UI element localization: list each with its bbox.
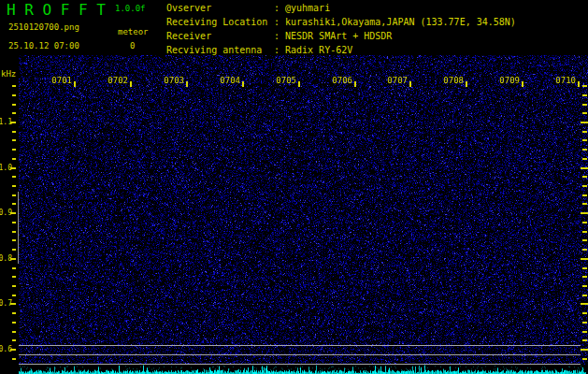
right-minor-tick xyxy=(582,339,587,341)
freq-minor-tick xyxy=(12,331,16,333)
freq-major-tick xyxy=(10,349,16,351)
freq-minor-tick xyxy=(12,131,16,133)
freq-minor-tick xyxy=(12,94,16,96)
time-tick-label: 0710 xyxy=(552,76,576,86)
info-row-separator: : xyxy=(274,16,285,30)
time-tick-label: 0702 xyxy=(105,76,128,86)
time-tick-label: 0708 xyxy=(440,76,464,86)
time-tick xyxy=(354,81,356,87)
info-row-value: kurashiki,Okayama,JAPAN (133.77E, 34.58N… xyxy=(285,16,516,30)
info-row-separator: : xyxy=(274,30,285,44)
station-info-block: Ovserver:@yuhmariReceiving Location:kura… xyxy=(166,2,516,58)
freq-minor-tick xyxy=(12,249,16,251)
freq-minor-tick xyxy=(12,222,16,223)
frequency-unit-label: kHz xyxy=(1,69,16,79)
time-tick-label: 0701 xyxy=(49,76,72,86)
freq-minor-tick xyxy=(12,295,16,296)
meteor-counter-label: meteor xyxy=(118,27,149,36)
app-version: 1.0.0f xyxy=(115,4,146,13)
info-row-label: Receiving Location xyxy=(166,16,274,30)
freq-major-tick xyxy=(10,122,16,123)
right-minor-tick xyxy=(582,276,587,278)
freq-minor-tick xyxy=(12,176,16,178)
freq-major-tick xyxy=(10,258,16,260)
info-row-label: Receiver xyxy=(166,30,274,44)
freq-minor-tick xyxy=(12,276,16,278)
right-major-tick xyxy=(581,258,588,260)
right-minor-tick xyxy=(582,203,587,205)
right-minor-tick xyxy=(582,94,587,96)
freq-minor-tick xyxy=(12,322,16,324)
info-row-value: NESDR SMArt + HDSDR xyxy=(285,30,392,44)
info-row: Receiving Location:kurashiki,Okayama,JAP… xyxy=(166,16,516,30)
time-tick xyxy=(130,81,132,87)
time-tick-label: 0703 xyxy=(161,76,184,86)
right-major-tick xyxy=(581,122,588,123)
spectrogram-canvas xyxy=(19,55,588,374)
hrofft-window: H R O F F T 1.0.0f 2510120700.png meteor… xyxy=(0,0,588,374)
right-minor-tick xyxy=(582,331,587,333)
right-minor-tick xyxy=(582,176,587,178)
info-row: Receiver:NESDR SMArt + HDSDR xyxy=(166,30,516,44)
freq-minor-tick xyxy=(12,139,16,141)
right-minor-tick xyxy=(582,358,587,360)
right-minor-tick xyxy=(582,295,587,296)
freq-major-tick xyxy=(10,167,16,169)
time-tick-label: 0705 xyxy=(273,76,296,86)
right-minor-tick xyxy=(582,139,587,141)
right-minor-tick xyxy=(582,149,587,151)
freq-minor-tick xyxy=(12,149,16,151)
freq-minor-tick xyxy=(12,158,16,160)
right-minor-tick xyxy=(582,131,587,133)
freq-major-tick xyxy=(10,212,16,214)
freq-minor-tick xyxy=(12,239,16,241)
right-minor-tick xyxy=(582,239,587,241)
freq-minor-tick xyxy=(12,104,16,106)
time-tick xyxy=(186,81,188,87)
freq-minor-tick xyxy=(12,185,16,187)
right-minor-tick xyxy=(582,231,587,233)
freq-major-tick xyxy=(10,303,16,305)
right-minor-tick xyxy=(582,312,587,314)
time-tick xyxy=(466,81,467,87)
right-minor-tick xyxy=(582,267,587,269)
time-tick-label: 0706 xyxy=(329,76,352,86)
right-minor-tick xyxy=(582,194,587,196)
right-minor-tick xyxy=(582,85,587,87)
freq-minor-tick xyxy=(12,203,16,205)
freq-minor-tick xyxy=(12,339,16,341)
right-major-tick xyxy=(581,167,588,169)
time-tick xyxy=(522,81,523,87)
observation-timestamp: 25.10.12 07:00 xyxy=(8,41,79,50)
right-major-tick xyxy=(581,212,588,214)
time-tick xyxy=(578,81,580,87)
freq-minor-tick xyxy=(12,194,16,196)
freq-minor-tick xyxy=(12,267,16,269)
time-tick xyxy=(409,81,411,87)
freq-minor-tick xyxy=(12,358,16,360)
right-major-tick xyxy=(581,349,588,351)
freq-minor-tick xyxy=(12,231,16,233)
freq-minor-tick xyxy=(12,285,16,287)
right-minor-tick xyxy=(582,158,587,160)
time-tick xyxy=(74,81,76,87)
time-tick-label: 0704 xyxy=(217,76,240,86)
freq-minor-tick xyxy=(12,312,16,314)
right-major-tick xyxy=(581,303,588,305)
time-tick-label: 0709 xyxy=(496,76,520,86)
info-row: Ovserver:@yuhmari xyxy=(166,2,516,16)
info-row-value: @yuhmari xyxy=(285,2,330,16)
time-tick xyxy=(242,81,244,87)
info-row-separator: : xyxy=(274,2,285,16)
right-minor-tick xyxy=(582,104,587,106)
time-tick xyxy=(298,81,300,87)
freq-minor-tick xyxy=(12,85,16,87)
info-row-label: Ovserver xyxy=(166,2,274,16)
right-minor-tick xyxy=(582,112,587,114)
right-minor-tick xyxy=(582,185,587,187)
frequency-marker-line xyxy=(18,192,19,264)
freq-minor-tick xyxy=(12,112,16,114)
right-minor-tick xyxy=(582,322,587,324)
meteor-counter-value: 0 xyxy=(130,41,135,50)
output-filename: 2510120700.png xyxy=(8,22,79,32)
